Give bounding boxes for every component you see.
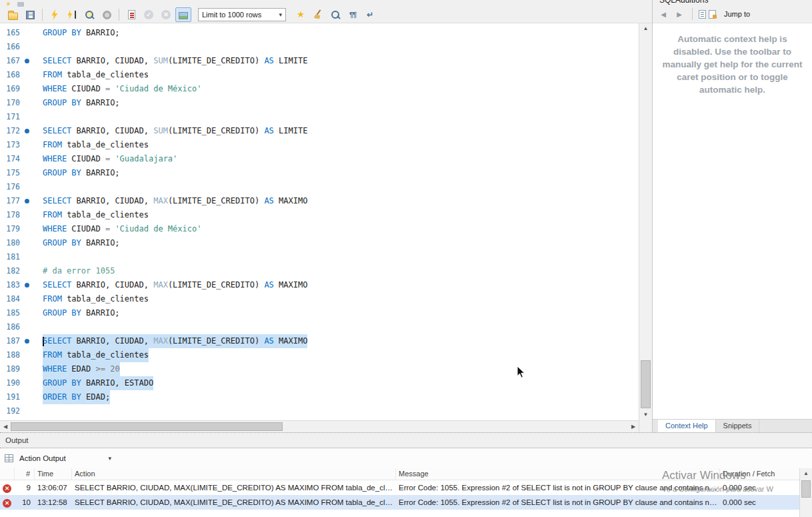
editor-line[interactable]: 171 [0,110,639,124]
beautify-script-icon[interactable] [310,7,326,22]
commit-icon[interactable]: ✓ [141,7,157,22]
code-text: GROUP BY BARRIO; [43,236,120,250]
limit-rows-dropdown[interactable]: Limit to 1000 rows▾ [198,8,286,21]
open-sql-script-icon[interactable] [5,7,21,22]
toggle-automatic-help-icon[interactable] [709,10,716,19]
column-header-action[interactable]: Action [72,468,396,480]
scroll-down-icon[interactable]: ▼ [639,410,652,420]
clipped-upper-toolbar [0,0,652,7]
find-icon[interactable] [327,7,343,22]
scroll-left-icon[interactable]: ◀ [0,421,11,432]
output-scroll-thumb[interactable] [801,480,811,498]
line-number: 188 [0,348,20,362]
explain-statement-icon[interactable] [81,7,97,22]
line-number: 166 [0,40,20,54]
editor-line[interactable]: 174WHERE CIUDAD = 'Guadalajara' [0,152,639,166]
editor-line[interactable]: 191ORDER BY EDAD; [0,390,639,404]
toggle-stop-on-error-icon[interactable] [123,7,139,22]
editor-line[interactable]: 165GROUP BY BARRIO; [0,26,639,40]
back-arrow-icon[interactable]: ◀ [657,11,670,18]
line-number: 173 [0,138,20,152]
output-row[interactable]: ✕1013:12:58SELECT BARRIO, CIUDAD, MAX(LI… [0,495,799,510]
column-header-duration-fetch[interactable]: Duration / Fetch [720,468,790,480]
execute-current-statement-icon [67,9,77,20]
jump-to-label[interactable]: Jump to [724,10,750,18]
code-text: SELECT BARRIO, CIUDAD, MAX(LIMITE_DE_CRE… [43,278,307,292]
line-number: 174 [0,152,20,166]
gutter-space [20,68,43,82]
row-time: 13:12:58 [35,495,72,510]
invisible-characters-icon[interactable]: ¶¶ [345,7,361,22]
editor-line[interactable]: 168FROM tabla_de_clientes [0,68,639,82]
editor-line[interactable]: 173FROM tabla_de_clientes [0,138,639,152]
line-number: 185 [0,306,20,320]
editor-line[interactable]: 189WHERE EDAD >= 20 [0,362,639,376]
output-view-selector[interactable]: Action Output ▾ [19,454,111,462]
editor-line[interactable]: 169WHERE CIUDAD = 'Ciudad de México' [0,82,639,96]
editor-horizontal-scrollbar[interactable]: ◀ ▶ [0,420,639,432]
error-icon: ✕ [3,484,11,493]
tab-snippets[interactable]: Snippets [716,420,760,432]
output-vertical-scrollbar[interactable]: ▲ [799,468,812,517]
editor-line[interactable]: 188FROM tabla_de_clientes [0,348,639,362]
column-header-message[interactable]: Message [396,468,720,480]
toggle-autocommit-icon[interactable] [175,7,191,22]
execute-statement-icon [51,9,59,20]
editor-line[interactable]: 186 [0,320,639,334]
scroll-up-icon[interactable]: ▲ [639,23,652,34]
editor-line[interactable]: 181 [0,250,639,264]
gutter-space [20,236,43,250]
editor-line[interactable]: 192 [0,404,639,418]
editor-line[interactable]: 190GROUP BY BARRIO, ESTADO [0,376,639,390]
favorites-icon[interactable]: ★ [293,7,309,22]
gutter-space [20,348,43,362]
rollback-icon[interactable]: ✕ [158,7,174,22]
row-duration: 0.000 sec [720,495,790,510]
editor-line[interactable]: 170GROUP BY BARRIO; [0,96,639,110]
editor-line[interactable]: 184FROM tabla_de_clientes [0,292,639,306]
gutter-space [20,264,43,278]
gutter-space [20,82,43,96]
line-number: 177 [0,194,20,208]
scroll-up-icon[interactable]: ▲ [800,468,812,479]
editor-line[interactable]: 180GROUP BY BARRIO; [0,236,639,250]
tab-context-help[interactable]: Context Help [658,420,716,432]
stop-query-icon [103,11,111,19]
get-context-help-icon[interactable] [699,10,706,19]
toolbar-separator [692,8,693,20]
editor-line[interactable]: 179WHERE CIUDAD = 'Ciudad de México' [0,222,639,236]
execute-current-statement-icon[interactable] [64,7,80,22]
code-text: SELECT BARRIO, CIUDAD, MAX(LIMITE_DE_CRE… [43,334,307,348]
statement-marker-dot [25,283,29,288]
vertical-scroll-thumb[interactable] [641,360,651,408]
scroll-right-icon[interactable]: ▶ [628,421,639,432]
editor-line[interactable]: 177SELECT BARRIO, CIUDAD, MAX(LIMITE_DE_… [0,194,639,208]
editor-line[interactable]: 183SELECT BARRIO, CIUDAD, MAX(LIMITE_DE_… [0,278,639,292]
error-icon: ✕ [3,499,11,508]
editor-line[interactable]: 182# da error 1055 [0,264,639,278]
row-index: 10 [15,495,35,510]
line-number: 181 [0,250,20,264]
column-header-#[interactable]: # [15,468,35,480]
horizontal-scroll-thumb[interactable] [11,422,283,431]
column-header-time[interactable]: Time [35,468,72,480]
execute-statement-icon[interactable] [47,7,63,22]
stop-query-icon[interactable] [99,7,115,22]
editor-line[interactable]: 167SELECT BARRIO, CIUDAD, SUM(LIMITE_DE_… [0,54,639,68]
open-sql-script-icon [8,13,18,20]
editor-vertical-scrollbar[interactable]: ▲ ▼ [639,23,652,420]
editor-line[interactable]: 172SELECT BARRIO, CIUDAD, SUM(LIMITE_DE_… [0,124,639,138]
output-row[interactable]: ✕913:06:07SELECT BARRIO, CIUDAD, MAX(LIM… [0,480,799,495]
editor-line[interactable]: 175GROUP BY BARRIO; [0,166,639,180]
wrap-text-icon[interactable]: ↵ [362,7,378,22]
editor-line[interactable]: 178FROM tabla_de_clientes [0,208,639,222]
save-sql-script-icon[interactable] [22,7,38,22]
forward-arrow-icon[interactable]: ▶ [673,11,686,18]
editor-line[interactable]: 187SELECT BARRIO, CIUDAD, MAX(LIMITE_DE_… [0,334,639,348]
editor-line[interactable]: 176 [0,180,639,194]
row-action: SELECT BARRIO, CIUDAD, MAX(LIMITE_DE_CRE… [72,495,396,510]
editor-line[interactable]: 185GROUP BY BARRIO; [0,306,639,320]
statement-marker-icon [20,194,43,208]
sql-editor[interactable]: 165GROUP BY BARRIO;166167SELECT BARRIO, … [0,23,639,420]
editor-line[interactable]: 166 [0,40,639,54]
